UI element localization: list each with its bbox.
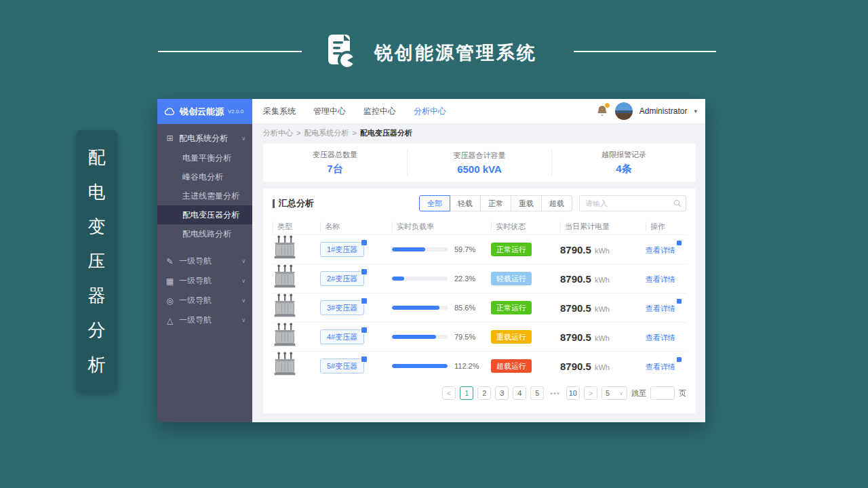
header-controls: 全部 轻载 正常 重载 超载 — [419, 195, 686, 211]
transformer-image — [273, 264, 297, 290]
more-pages-icon[interactable]: ••• — [548, 386, 562, 400]
load-percentage: 79.5% — [454, 333, 475, 341]
page-unit-label: 页 — [679, 388, 686, 399]
view-details-link[interactable]: 查看详情 — [646, 304, 675, 314]
sidebar-item-line-analysis[interactable]: 配电线路分析 — [157, 224, 252, 243]
name-badge-icon — [361, 327, 368, 333]
sidebar: 锐创云能源 V2.0.0 ⊞ 配电系统分析 ∨ 电量平衡分析 峰谷电分析 主进线… — [157, 99, 252, 422]
circle-icon: ◎ — [165, 296, 174, 306]
sidebar-nav-4[interactable]: △ 一级导航 ∨ — [157, 310, 252, 330]
vertical-label-char: 析 — [88, 356, 106, 373]
filter-normal[interactable]: 正常 — [480, 195, 511, 211]
sidebar-item-label: 配电线路分析 — [182, 228, 231, 240]
page-button-4[interactable]: 4 — [513, 386, 526, 400]
detail-badge-icon — [676, 357, 682, 363]
notification-badge — [604, 102, 610, 108]
transformer-name: 5#变压器 — [327, 361, 357, 371]
col-header-type: 类型 — [273, 222, 320, 232]
filter-heavy-load[interactable]: 重载 — [511, 195, 542, 211]
breadcrumb-current: 配电变压器分析 — [360, 128, 412, 138]
transformer-name-button[interactable]: 2#变压器 — [320, 271, 364, 286]
page-button-3[interactable]: 3 — [495, 386, 509, 400]
sidebar-item-main-line-demand[interactable]: 主进线需量分析 — [157, 186, 252, 205]
topnav-monitoring-center[interactable]: 监控中心 — [363, 106, 396, 117]
page-button-1[interactable]: 1 — [460, 386, 473, 400]
summary-card: 汇总分析 全部 轻载 正常 重载 超载 — [263, 188, 696, 413]
warning-triangle-icon: △ — [165, 316, 174, 325]
transformer-name-button[interactable]: 3#变压器 — [320, 300, 364, 315]
vertical-label-char: 变 — [88, 218, 106, 235]
chevron-down-icon: ∨ — [619, 390, 623, 396]
topnav-management-center[interactable]: 管理中心 — [313, 106, 346, 117]
filter-light-load[interactable]: 轻载 — [450, 195, 481, 211]
vertical-label-char: 分 — [88, 321, 106, 339]
transformer-image — [273, 352, 297, 378]
table-row: 5#变压器 112.2% 超载运行 — [273, 351, 686, 380]
breadcrumb-item[interactable]: 分析中心 — [263, 128, 293, 138]
notification-bell-icon[interactable] — [596, 104, 608, 118]
name-badge-icon — [361, 298, 368, 304]
transformer-image — [273, 235, 297, 261]
name-badge-icon — [361, 356, 368, 363]
table-icon: ▦ — [165, 277, 174, 286]
status-badge: 轻载运行 — [491, 272, 532, 285]
view-details-label: 查看详情 — [646, 275, 675, 283]
sidebar-nav-3[interactable]: ◎ 一级导航 ∨ — [157, 291, 252, 310]
chevron-down-icon: ∨ — [241, 136, 245, 142]
transformer-name-button[interactable]: 4#变压器 — [320, 329, 364, 344]
stats-card: 变压器总数量 7台 变压器合计容量 6500 kVA 越限报警记录 4条 — [263, 144, 696, 182]
page-button-2[interactable]: 2 — [477, 386, 491, 400]
transformer-name: 3#变压器 — [327, 303, 357, 313]
vertical-label-char: 配 — [88, 148, 106, 166]
search-input[interactable] — [585, 199, 673, 207]
vertical-label-char: 器 — [88, 287, 106, 304]
sidebar-group-power-distribution[interactable]: ⊞ 配电系统分析 ∨ — [157, 128, 252, 148]
app-logo[interactable]: 锐创云能源 V2.0.0 — [157, 99, 252, 124]
filter-overload[interactable]: 超载 — [541, 195, 572, 211]
view-details-link[interactable]: 查看详情 — [646, 245, 675, 256]
top-navbar: 采集系统 管理中心 监控中心 分析中心 Administrator ▾ — [252, 99, 705, 124]
search-icon — [673, 199, 682, 207]
energy-value: 8790.5 — [560, 361, 591, 372]
sidebar-item-power-balance[interactable]: 电量平衡分析 — [157, 148, 252, 167]
page-size-value: 5 — [606, 389, 610, 397]
page-size-select[interactable]: 5 ∨ — [601, 386, 627, 400]
load-percentage: 59.7% — [454, 245, 475, 253]
app-logo-name: 锐创云能源 — [180, 106, 224, 118]
caret-down-icon[interactable]: ▾ — [694, 108, 697, 115]
edit-icon: ✎ — [165, 257, 174, 266]
jump-page-input[interactable] — [650, 386, 675, 400]
stat-transformer-count: 变压器总数量 7台 — [263, 150, 407, 176]
page-button-5[interactable]: 5 — [530, 386, 544, 400]
sidebar-item-peak-valley[interactable]: 峰谷电分析 — [157, 167, 252, 186]
transformer-name-button[interactable]: 1#变压器 — [320, 242, 364, 257]
view-details-link[interactable]: 查看详情 — [646, 333, 675, 343]
page-button-10[interactable]: 10 — [566, 386, 580, 400]
table-header: 类型 名称 实时负载率 实时状态 当日累计电量 操作 — [273, 218, 686, 235]
topnav-collection-system[interactable]: 采集系统 — [263, 106, 296, 117]
filter-all[interactable]: 全部 — [419, 195, 450, 211]
stat-label: 变压器合计容量 — [454, 150, 506, 161]
view-details-link[interactable]: 查看详情 — [646, 362, 675, 372]
next-page-button[interactable]: > — [584, 386, 597, 400]
avatar[interactable] — [615, 102, 633, 120]
app-logo-version: V2.0.0 — [228, 108, 243, 115]
breadcrumb-item[interactable]: 配电系统分析 — [304, 128, 349, 138]
sidebar-nav-1[interactable]: ✎ 一级导航 ∨ — [157, 251, 252, 271]
user-name: Administrator — [639, 106, 688, 116]
col-header-status: 实时状态 — [491, 222, 560, 232]
transformer-name-button[interactable]: 5#变压器 — [320, 359, 364, 373]
table-row: 2#变压器 22.3% 轻载运行 — [273, 264, 686, 293]
col-header-load: 实时负载率 — [392, 222, 491, 232]
section-title: 汇总分析 — [273, 197, 314, 209]
prev-page-button[interactable]: < — [442, 386, 456, 400]
view-details-link[interactable]: 查看详情 — [646, 274, 675, 285]
sidebar-item-transformer-analysis[interactable]: 配电变压器分析 — [157, 205, 252, 224]
sidebar-nav-2[interactable]: ▦ 一级导航 ∨ — [157, 271, 252, 291]
load-percentage: 85.6% — [454, 304, 475, 312]
sidebar-item-label: 主进线需量分析 — [182, 190, 239, 202]
energy-value: 8790.5 — [560, 244, 591, 256]
breadcrumb: 分析中心 > 配电系统分析 > 配电变压器分析 — [252, 124, 705, 142]
topnav-analysis-center[interactable]: 分析中心 — [414, 106, 446, 117]
main-area: 采集系统 管理中心 监控中心 分析中心 Administrator ▾ 分析中心… — [252, 99, 705, 422]
